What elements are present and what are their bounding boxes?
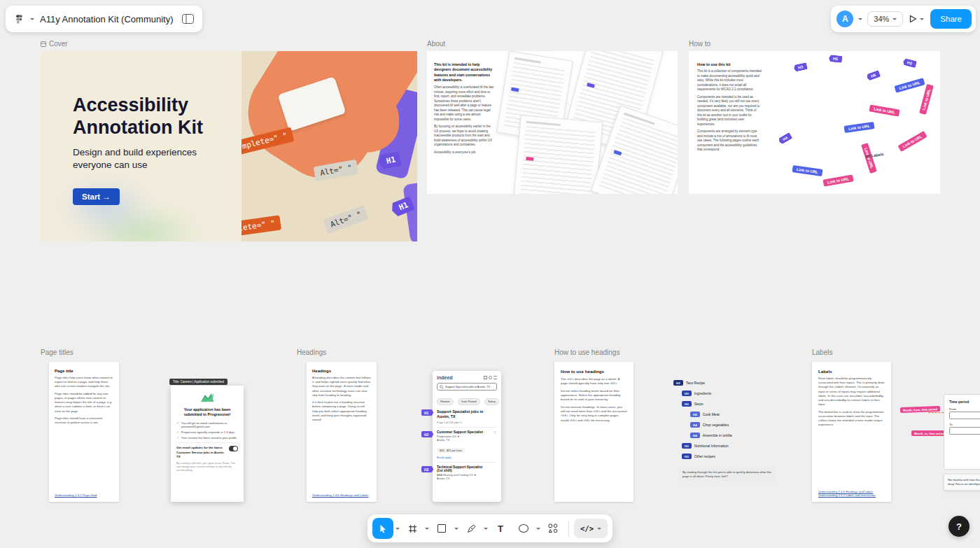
- shape-tool-chevron-icon[interactable]: [454, 528, 458, 530]
- wcag-link[interactable]: Understanding 2.4.6 Headings and Labels: [312, 493, 368, 497]
- page-title-doc[interactable]: Page title Page titles help users know w…: [49, 362, 119, 502]
- how-to-use-headings-doc[interactable]: How to use headings The <h1> describes t…: [554, 362, 634, 502]
- heading-level-tag[interactable]: H3: [682, 391, 692, 396]
- title-annotation-tag[interactable]: Title: Careers | Application submitted: [169, 379, 227, 385]
- heading-level-tag[interactable]: H4: [690, 412, 700, 417]
- filter-pill[interactable]: Date Posted: [458, 398, 479, 405]
- headings-doc[interactable]: Headings A heading describes the content…: [307, 362, 377, 502]
- avatar-chevron-icon[interactable]: [858, 18, 862, 20]
- share-button[interactable]: Share: [930, 9, 972, 29]
- pay-pill: $20 - $25 per hour: [437, 448, 465, 453]
- cover-frame[interactable]: Accessibility Annotation Kit Design and …: [41, 51, 417, 241]
- heading-tag[interactable]: H3: [793, 62, 808, 72]
- pen-tool[interactable]: [461, 518, 482, 539]
- search-input[interactable]: Support Specialist jobs in Austin, TX: [437, 383, 497, 391]
- actions-icon: [548, 524, 558, 533]
- how-to-use-headings-frame[interactable]: How to use headings The <h1> describes t…: [554, 362, 805, 502]
- filter-pill[interactable]: Salary: [484, 398, 499, 405]
- shape-tool[interactable]: [431, 518, 452, 539]
- file-title[interactable]: A11y Annotation Kit (Community): [40, 14, 174, 24]
- indeed-mock[interactable]: indeed Support Specialist jobs in Austin…: [433, 371, 501, 502]
- labels-doc[interactable]: Labels Form labels should be programmati…: [812, 362, 891, 502]
- how-to-frame-label[interactable]: How to: [689, 40, 710, 48]
- comment-tool[interactable]: [513, 518, 534, 539]
- labels-frame[interactable]: Labels Form labels should be programmati…: [812, 362, 980, 502]
- filter-pill[interactable]: Remote: [437, 398, 454, 405]
- job-card[interactable]: H2 ♡ Customer Support Specialist Progres…: [437, 430, 497, 459]
- page-titles-frame-label[interactable]: Page titles: [41, 349, 74, 356]
- headings-frame-label[interactable]: Headings: [297, 349, 326, 356]
- wcag-link[interactable]: Understanding 3.3.2 Labels and Instructi…: [818, 493, 876, 497]
- job-card[interactable]: H2 Technical Support Specialist (1st shi…: [437, 465, 497, 480]
- dashed-connector: [928, 412, 944, 413]
- labels-frame-label[interactable]: Labels: [812, 349, 832, 356]
- start-button[interactable]: Start →: [73, 188, 120, 205]
- wcag-link[interactable]: Understanding 2.4.2 Page titled: [55, 493, 97, 497]
- heading-level-tag[interactable]: H3: [682, 401, 692, 407]
- save-job-icon[interactable]: ♡: [494, 430, 497, 435]
- avatar[interactable]: A: [836, 10, 853, 27]
- about-frame[interactable]: This kit is intended to help designers d…: [427, 51, 678, 194]
- figma-logo-icon[interactable]: [14, 14, 24, 24]
- cover-frame-label[interactable]: Cover: [41, 40, 68, 48]
- page-titles-frame[interactable]: Page title Page titles help users know w…: [41, 362, 291, 502]
- from-input[interactable]: [949, 412, 980, 419]
- indeed-header: indeed: [437, 375, 497, 380]
- move-tool[interactable]: [372, 518, 393, 539]
- alt-tag[interactable]: Alt=" ": [323, 205, 369, 234]
- filter-pills: Remote Date Posted Salary: [437, 393, 497, 405]
- toolbar-divider: [568, 521, 569, 536]
- heading-level-tag[interactable]: H3: [682, 443, 692, 449]
- help-button[interactable]: ?: [948, 516, 969, 537]
- h2-annotation-tag[interactable]: H2: [421, 466, 433, 472]
- comment-tool-chevron-icon[interactable]: [536, 528, 540, 530]
- check-item: ✓Your resume has been saved to your prof…: [176, 436, 238, 440]
- heading-level-tag[interactable]: H2: [673, 380, 683, 386]
- frame-tool-chevron-icon[interactable]: [425, 528, 429, 530]
- present-button[interactable]: [908, 15, 925, 23]
- heading-level-tag[interactable]: H4: [690, 422, 700, 428]
- text-tool[interactable]: T: [490, 518, 511, 539]
- check-item: ✓You will get an email confirmation at y…: [176, 421, 238, 429]
- move-tool-chevron-icon[interactable]: [396, 528, 400, 530]
- link-tag[interactable]: Link to URL: [897, 131, 927, 152]
- heading-tag[interactable]: H5: [829, 55, 843, 63]
- actions-tool[interactable]: [542, 518, 564, 539]
- dev-mode-toggle[interactable]: </>: [574, 519, 608, 538]
- heading-level-tag[interactable]: H4: [690, 433, 700, 438]
- main-menu-chevron-icon[interactable]: [30, 18, 34, 20]
- zoom-dropdown[interactable]: 34%: [867, 11, 903, 27]
- time-period-form[interactable]: Time period From To: [944, 394, 980, 470]
- link-tag[interactable]: Link to URL: [869, 104, 899, 116]
- email-updates-toggle[interactable]: [229, 446, 238, 451]
- frame-tool[interactable]: [402, 518, 423, 539]
- from-label: From: [949, 407, 980, 411]
- frame-icon: [408, 524, 417, 533]
- link-tag[interactable]: Link to URL: [792, 165, 823, 176]
- indeed-logo: indeed: [437, 375, 453, 380]
- progressive-mock[interactable]: Your application has been submitted to P…: [171, 386, 244, 502]
- to-input[interactable]: [949, 427, 980, 435]
- headings-frame[interactable]: Headings A heading describes the content…: [297, 362, 547, 502]
- sticky-note[interactable]: Not familiar with how the person uses as…: [944, 474, 980, 491]
- link-tag[interactable]: Link to URL: [822, 174, 853, 186]
- h1-annotation-tag[interactable]: H1: [421, 409, 433, 416]
- outline-note[interactable]: By reading through this list you're able…: [679, 467, 776, 482]
- heading-tag[interactable]: H2: [902, 58, 917, 68]
- h2-annotation-tag[interactable]: H2: [421, 431, 433, 437]
- link-tag[interactable]: Link to URL: [844, 122, 875, 133]
- collab-toolbar: A 34% Share: [831, 6, 976, 32]
- pen-tool-chevron-icon[interactable]: [484, 528, 488, 530]
- complete-tag[interactable]: mplete=" ": [241, 215, 281, 237]
- how-to-frame[interactable]: How to use this kit This kit is a collec…: [689, 51, 940, 194]
- link-tag[interactable]: Link to URL: [894, 78, 925, 92]
- toggle-ui-panel-icon[interactable]: [182, 14, 194, 24]
- rectangle-icon: [438, 524, 446, 533]
- about-frame-label[interactable]: About: [427, 40, 445, 48]
- heading-tag[interactable]: H4: [778, 132, 792, 145]
- page-thumbnail[interactable]: [513, 115, 603, 194]
- link-tag[interactable]: Link to URL: [919, 84, 934, 115]
- heading-level-tag[interactable]: H3: [682, 454, 692, 459]
- how-to-use-headings-frame-label[interactable]: How to use headings: [554, 349, 620, 356]
- heading-tag[interactable]: H6: [866, 70, 881, 81]
